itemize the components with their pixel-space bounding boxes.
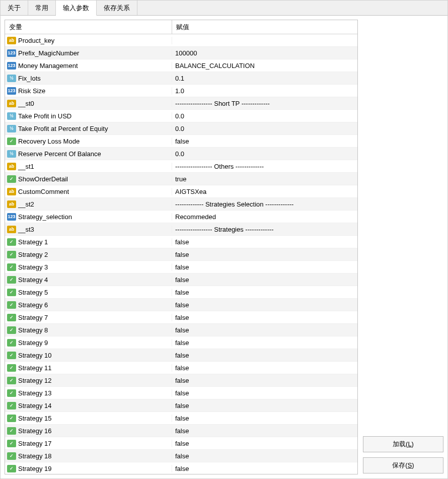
table-row[interactable]: ✓Strategy 9false xyxy=(5,336,357,349)
table-row[interactable]: ✓Strategy 1false xyxy=(5,236,357,248)
cell-value[interactable]: false xyxy=(172,465,357,472)
tab-bar: 关于 常用 输入参数 依存关系 xyxy=(1,1,447,16)
variable-name: Strategy 2 xyxy=(18,251,48,258)
cell-value[interactable]: false xyxy=(172,263,357,271)
table-row[interactable]: ✓Strategy 6false xyxy=(5,299,357,311)
table-row[interactable]: ✓Strategy 13false xyxy=(5,387,357,399)
variable-name: Strategy 9 xyxy=(18,339,48,347)
str-type-icon: ab xyxy=(7,188,16,195)
cell-value[interactable]: false xyxy=(172,138,357,145)
table-row[interactable]: ✓Strategy 17false xyxy=(5,437,357,450)
cell-value[interactable]: AIGTSXea xyxy=(172,188,357,195)
cell-value[interactable]: false xyxy=(172,251,357,258)
bool-type-icon: ✓ xyxy=(7,138,16,145)
table-row[interactable]: ✓Strategy 19false xyxy=(5,462,357,474)
cell-value[interactable]: false xyxy=(172,389,357,397)
table-row[interactable]: abCustomCommentAIGTSXea xyxy=(5,185,357,198)
table-row[interactable]: ✓Strategy 11false xyxy=(5,362,357,374)
table-row[interactable]: 123Money ManagementBALANCE_CALCULATION xyxy=(5,59,357,72)
table-row[interactable]: ✓ShowOrderDetailtrue xyxy=(5,173,357,185)
variable-name: Strategy 6 xyxy=(18,301,48,309)
table-row[interactable]: ✓Strategy 14false xyxy=(5,399,357,412)
bool-type-icon: ✓ xyxy=(7,402,16,409)
tab-about[interactable]: 关于 xyxy=(1,1,28,15)
cell-value[interactable]: false xyxy=(172,326,357,334)
cell-value[interactable]: 0.0 xyxy=(172,125,357,132)
table-row[interactable]: ✓Strategy 16false xyxy=(5,425,357,437)
cell-value[interactable]: false xyxy=(172,427,357,435)
column-header-variable[interactable]: 变量 xyxy=(5,20,172,34)
tab-dependencies[interactable]: 依存关系 xyxy=(97,1,137,15)
table-row[interactable]: ½Take Profit in USD0.0 xyxy=(5,110,357,122)
save-button[interactable]: 保存(S) xyxy=(363,457,443,473)
cell-value[interactable]: false xyxy=(172,289,357,296)
cell-value[interactable]: ----------------- Short TP ------------- xyxy=(172,100,357,107)
cell-value[interactable]: 0.1 xyxy=(172,75,357,82)
cell-value[interactable]: false xyxy=(172,314,357,321)
bool-type-icon: ✓ xyxy=(7,377,16,384)
table-row[interactable]: ab__st1----------------- Others --------… xyxy=(5,160,357,173)
table-row[interactable]: ✓Strategy 3false xyxy=(5,261,357,273)
cell-value[interactable]: 0.0 xyxy=(172,112,357,120)
table-row[interactable]: ✓Strategy 7false xyxy=(5,311,357,324)
cell-value[interactable]: false xyxy=(172,452,357,460)
table-row[interactable]: ✓Recovery Loss Modefalse xyxy=(5,135,357,148)
cell-value[interactable]: false xyxy=(172,352,357,359)
table-row[interactable]: ✓Strategy 8false xyxy=(5,324,357,336)
table-row[interactable]: ✓Strategy 2false xyxy=(5,248,357,261)
cell-value[interactable]: true xyxy=(172,175,357,183)
bool-type-icon: ✓ xyxy=(7,238,16,246)
variable-name: Reserve Percent Of Balance xyxy=(18,150,101,158)
table-row[interactable]: ½Take Profit at Percent of Equity0.0 xyxy=(5,122,357,135)
cell-value[interactable]: false xyxy=(172,364,357,372)
load-button[interactable]: 加载(L) xyxy=(363,436,443,452)
table-row[interactable]: ✓Strategy 5false xyxy=(5,286,357,299)
table-row[interactable]: ✓Strategy 10false xyxy=(5,349,357,362)
cell-value[interactable]: false xyxy=(172,415,357,422)
variable-name: Strategy 7 xyxy=(18,314,48,321)
cell-variable: ✓Strategy 5 xyxy=(5,289,172,296)
table-row[interactable]: ✓Strategy 15false xyxy=(5,412,357,425)
variable-name: Strategy 19 xyxy=(18,465,52,472)
cell-value[interactable]: false xyxy=(172,276,357,284)
cell-value[interactable]: false xyxy=(172,301,357,309)
cell-value[interactable]: 0.0 xyxy=(172,150,357,158)
table-row[interactable]: ab__st0----------------- Short TP ------… xyxy=(5,97,357,110)
table-row[interactable]: 123Risk Size1.0 xyxy=(5,85,357,97)
cell-value[interactable]: false xyxy=(172,238,357,246)
cell-value[interactable]: false xyxy=(172,402,357,409)
cell-value[interactable]: false xyxy=(172,440,357,447)
table-row[interactable]: 123Strategy_selectionRecommeded xyxy=(5,211,357,223)
cell-value[interactable]: BALANCE_CALCULATION xyxy=(172,62,357,70)
cell-value[interactable]: ----------------- Strategies -----------… xyxy=(172,226,357,233)
cell-variable: 123Money Management xyxy=(5,62,172,70)
variable-name: __st3 xyxy=(18,226,34,233)
bool-type-icon: ✓ xyxy=(7,389,16,397)
bool-type-icon: ✓ xyxy=(7,427,16,435)
table-row[interactable]: ½Reserve Percent Of Balance0.0 xyxy=(5,148,357,160)
table-row[interactable]: ✓Strategy 12false xyxy=(5,374,357,387)
save-button-label: 保存 xyxy=(392,461,405,469)
column-header-value[interactable]: 赋值 xyxy=(172,20,357,34)
table-body[interactable]: abProduct_key123Prefix_MagicNumber100000… xyxy=(5,34,357,474)
table-row[interactable]: ✓Strategy 4false xyxy=(5,273,357,286)
cell-value[interactable]: ----------------- Others ------------- xyxy=(172,163,357,170)
save-button-key: S xyxy=(408,461,412,469)
table-row[interactable]: ½Fix_lots0.1 xyxy=(5,72,357,85)
cell-value[interactable]: 100000 xyxy=(172,49,357,57)
table-row[interactable]: ab__st3----------------- Strategies ----… xyxy=(5,223,357,236)
cell-variable: ✓ShowOrderDetail xyxy=(5,175,172,183)
cell-value[interactable]: Recommeded xyxy=(172,213,357,221)
tab-inputs[interactable]: 输入参数 xyxy=(56,1,97,16)
table-row[interactable]: abProduct_key xyxy=(5,34,357,47)
cell-value[interactable]: ------------- Strategies Selection -----… xyxy=(172,200,357,208)
cell-value[interactable]: false xyxy=(172,339,357,347)
table-row[interactable]: ab__st2------------- Strategies Selectio… xyxy=(5,198,357,211)
table-row[interactable]: 123Prefix_MagicNumber100000 xyxy=(5,47,357,59)
tab-common[interactable]: 常用 xyxy=(28,1,56,15)
cell-value[interactable]: 1.0 xyxy=(172,87,357,95)
variable-name: Strategy 10 xyxy=(18,352,52,359)
cell-variable: ✓Strategy 19 xyxy=(5,465,172,472)
cell-value[interactable]: false xyxy=(172,377,357,384)
table-row[interactable]: ✓Strategy 18false xyxy=(5,450,357,462)
